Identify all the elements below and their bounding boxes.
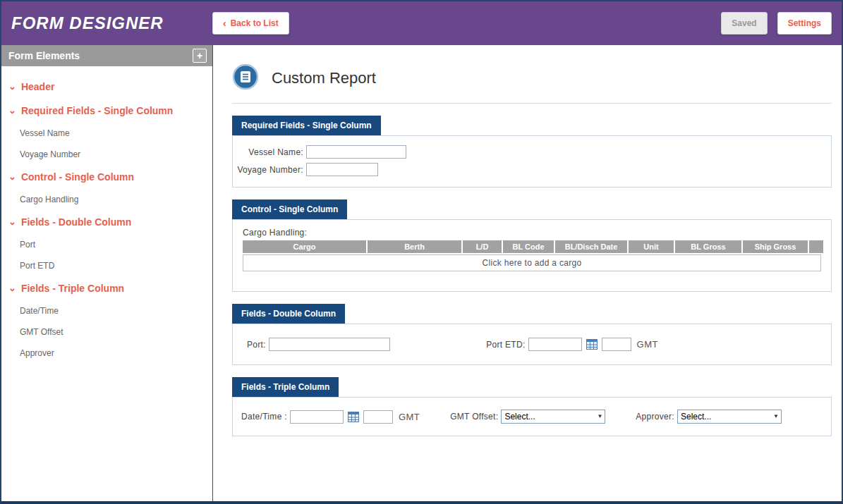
column-header-unit: Unit [629, 240, 674, 253]
section-required-fields: Required Fields - Single Column Vessel N… [232, 116, 832, 188]
chevron-down-icon: ⌄ [8, 107, 16, 113]
section-tab-required-fields: Required Fields - Single Column [232, 116, 381, 135]
datetime-label: Date/Time : [241, 412, 287, 422]
chevron-down-icon: ⌄ [8, 285, 16, 291]
sidebar-item-port[interactable]: Port [1, 234, 212, 255]
report-document-icon [232, 63, 259, 93]
panel-double-column: Port: Port ETD: [232, 324, 832, 365]
column-header-ship-gross: Ship Gross [743, 240, 808, 253]
sidebar-item-gmt-offset[interactable]: GMT Offset [1, 321, 212, 343]
cargo-table-header-row: Cargo Berth L/D BL Code BL/Disch Date Un… [243, 240, 823, 253]
port-label: Port: [247, 340, 266, 350]
settings-button[interactable]: Settings [777, 12, 832, 35]
voyage-number-input[interactable] [306, 163, 378, 176]
sidebar-title: Form Elements [8, 50, 80, 61]
column-header-actions [809, 240, 823, 253]
datetime-date-input[interactable] [290, 410, 344, 424]
top-bar: FORM DESIGNER ‹ Back to List Saved Setti… [1, 1, 842, 45]
column-header-bl-disch-date: BL/Disch Date [555, 240, 627, 253]
group-label: Fields - Triple Column [21, 283, 124, 294]
gmt-offset-field-group: GMT Offset: Select... ▼ [450, 410, 605, 424]
sidebar-item-cargo-handling[interactable]: Cargo Handling [1, 189, 212, 210]
column-header-bl-gross: BL Gross [675, 240, 741, 253]
vessel-name-label: Vessel Name: [233, 147, 303, 157]
report-header: Custom Report [232, 63, 832, 104]
chevron-down-icon: ⌄ [8, 219, 16, 225]
port-field-group: Port: [247, 338, 390, 351]
approver-field-group: Approver: Select... ▼ [636, 410, 782, 424]
calendar-icon[interactable] [348, 412, 359, 422]
datetime-field-group: Date/Time : [241, 410, 420, 424]
app-frame: FORM DESIGNER ‹ Back to List Saved Setti… [0, 0, 843, 504]
select-value: Select... [504, 412, 535, 422]
port-etd-time-input[interactable] [602, 338, 631, 351]
section-triple-column: Fields - Triple Column Date/Time : [232, 377, 832, 436]
gmt-label: GMT [637, 339, 658, 350]
gmt-label: GMT [399, 412, 420, 422]
approver-label: Approver: [636, 412, 674, 422]
body-row: Form Elements + ⌄ Header ⌄ Required Fiel… [1, 45, 842, 501]
port-etd-label: Port ETD: [486, 340, 525, 350]
sidebar-item-approver[interactable]: Approver [1, 343, 212, 364]
column-header-cargo: Cargo [243, 240, 366, 253]
calendar-icon[interactable] [586, 339, 598, 350]
voyage-number-label: Voyage Number: [233, 165, 303, 175]
chevron-left-icon: ‹ [223, 18, 226, 28]
sidebar-group-control-single[interactable]: ⌄ Control - Single Column [1, 165, 212, 189]
add-cargo-row[interactable]: Click here to add a cargo [243, 254, 821, 271]
back-to-list-button[interactable]: ‹ Back to List [212, 12, 289, 35]
panel-control-single: Cargo Handling: Cargo Berth L/D BL Code … [232, 219, 832, 292]
sidebar-group-header[interactable]: ⌄ Header [1, 75, 212, 99]
approver-select[interactable]: Select... ▼ [677, 410, 782, 424]
saved-button[interactable]: Saved [721, 12, 767, 35]
section-double-column: Fields - Double Column Port: Port ETD: [232, 304, 832, 365]
sidebar-item-port-etd[interactable]: Port ETD [1, 255, 212, 276]
chevron-down-icon: ⌄ [8, 173, 16, 180]
section-tab-double-column: Fields - Double Column [232, 304, 345, 324]
sidebar-group-double-column[interactable]: ⌄ Fields - Double Column [1, 210, 212, 234]
section-control-single: Control - Single Column Cargo Handling: … [232, 199, 832, 292]
panel-triple-column: Date/Time : [232, 397, 832, 436]
sidebar-group-triple-column[interactable]: ⌄ Fields - Triple Column [1, 276, 212, 300]
column-header-bl-code: BL Code [503, 240, 554, 253]
group-label: Control - Single Column [21, 171, 134, 183]
gmt-offset-label: GMT Offset: [450, 412, 498, 422]
sidebar-group-required-fields[interactable]: ⌄ Required Fields - Single Column [1, 99, 212, 123]
back-to-list-label: Back to List [231, 18, 279, 28]
port-etd-date-input[interactable] [528, 338, 582, 351]
cargo-table: Cargo Berth L/D BL Code BL/Disch Date Un… [241, 240, 825, 253]
caret-down-icon: ▼ [773, 414, 779, 419]
section-tab-control-single: Control - Single Column [232, 199, 347, 219]
datetime-time-input[interactable] [363, 410, 393, 424]
section-tab-triple-column: Fields - Triple Column [232, 377, 339, 397]
cargo-handling-label: Cargo Handling: [243, 228, 823, 238]
group-label: Required Fields - Single Column [21, 105, 173, 116]
form-elements-list: ⌄ Header ⌄ Required Fields - Single Colu… [1, 66, 212, 372]
main-content: Custom Report Required Fields - Single C… [213, 45, 842, 501]
sidebar: Form Elements + ⌄ Header ⌄ Required Fiel… [1, 45, 213, 501]
port-etd-field-group: Port ETD: [486, 338, 658, 351]
column-header-berth: Berth [368, 240, 461, 253]
group-label: Header [21, 81, 54, 92]
group-label: Fields - Double Column [21, 216, 131, 228]
sidebar-header: Form Elements + [1, 45, 212, 66]
page-title: Custom Report [272, 69, 376, 87]
sidebar-item-voyage-number[interactable]: Voyage Number [1, 144, 212, 165]
chevron-down-icon: ⌄ [8, 83, 16, 90]
voyage-number-row: Voyage Number: [233, 163, 831, 176]
app-title: FORM DESIGNER [11, 13, 212, 33]
vessel-name-input[interactable] [306, 145, 406, 159]
caret-down-icon: ▼ [597, 414, 602, 419]
panel-required-fields: Vessel Name: Voyage Number: [232, 135, 832, 188]
port-input[interactable] [269, 338, 390, 351]
column-header-ld: L/D [463, 240, 502, 253]
add-element-button[interactable]: + [193, 49, 207, 63]
gmt-offset-select[interactable]: Select... ▼ [501, 410, 605, 424]
vessel-name-row: Vessel Name: [233, 145, 831, 159]
sidebar-item-vessel-name[interactable]: Vessel Name [1, 123, 212, 144]
sidebar-item-date-time[interactable]: Date/Time [1, 300, 212, 321]
select-value: Select... [681, 412, 711, 422]
topbar-actions: Saved Settings [721, 12, 832, 35]
